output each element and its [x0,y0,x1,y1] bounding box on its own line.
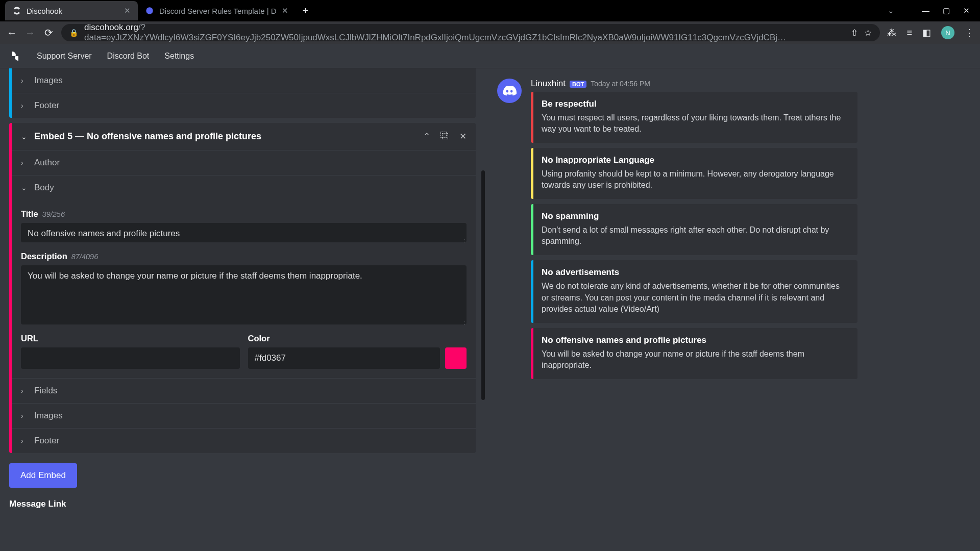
editor-pane: › Images › Footer ⌄ Embed 5 — No offensi… [0,68,485,551]
description-input[interactable] [21,265,467,324]
color-input[interactable] [248,347,440,369]
field-description: Description 87/4096 .: [21,252,467,327]
close-icon[interactable]: ✕ [282,6,288,15]
description-count: 87/4096 [71,253,98,261]
preview-embed-title: Be respectful [542,99,848,109]
svg-point-0 [146,7,153,14]
description-label: Description [21,252,67,261]
preview-embed-title: No Inappropriate Language [542,155,848,165]
browser-tab-inactive[interactable]: Discord Server Rules Template | D ✕ [138,1,296,20]
chevron-right-icon: › [21,437,27,445]
preview-pane: Linuxhint BOT Today at 04:56 PM Be respe… [485,68,980,551]
tab-title: Discord Server Rules Template | D [159,7,277,15]
title-label: Title [21,209,38,219]
url-bar[interactable]: 🔒 discohook.org/?data=eyJtZXNzYWdlcyI6W3… [61,24,880,41]
app: Support Server Discord Bot Settings › Im… [0,44,980,551]
preview-embed-desc: Don't send a lot of small messages right… [542,224,848,247]
collapse-icon[interactable]: ⌃ [423,131,430,142]
lock-icon: 🔒 [69,29,78,37]
section-author[interactable]: › Author [12,150,476,175]
section-fields[interactable]: › Fields [12,378,476,403]
url-input[interactable] [21,347,240,369]
embed-title: Embed 5 — No offensive names and profile… [34,131,416,142]
tab-title: Discohook [27,7,62,15]
profile-avatar[interactable]: N [941,26,954,39]
preview-header: Linuxhint BOT Today at 04:56 PM [531,79,857,89]
preview-embed: No Inappropriate LanguageUsing profanity… [531,148,857,199]
maximize-icon[interactable]: ▢ [943,6,950,15]
menu-icon[interactable]: ⋮ [965,27,974,38]
discohook-favicon-icon [12,6,21,15]
bot-badge: BOT [570,81,586,88]
embed-actions: ⌃ ⿻ ✕ [423,131,467,142]
section-footer[interactable]: › Footer [12,428,476,453]
preview-timestamp: Today at 04:56 PM [591,80,650,88]
app-body: › Images › Footer ⌄ Embed 5 — No offensi… [0,68,980,551]
chevron-right-icon: › [21,77,27,85]
window-controls: ⌄ ― ▢ ✕ [888,6,980,15]
share-icon[interactable]: ⇧ [851,28,858,38]
preview-embed: Be respectfulYou must respect all users,… [531,92,857,143]
minimize-icon[interactable]: ― [922,6,929,15]
color-swatch[interactable] [445,347,467,369]
forward-button[interactable]: → [24,27,36,39]
chevron-down-icon[interactable]: ⌄ [888,6,894,15]
preview-embed-desc: You must respect all users, regardless o… [542,112,848,135]
extensions-icon[interactable]: ⁂ [887,27,896,38]
chevron-right-icon: › [21,412,27,420]
nav-support-server[interactable]: Support Server [37,52,92,61]
scrollbar[interactable] [481,68,485,551]
url-bar-row: ← → ⟳ 🔒 discohook.org/?data=eyJtZXNzYWdl… [0,21,980,44]
close-icon[interactable]: ✕ [124,6,131,15]
add-embed-button[interactable]: Add Embed [9,463,77,488]
message-link-label: Message Link [9,499,476,509]
preview-embed: No advertisementsWe do not tolerate any … [531,260,857,322]
reading-list-icon[interactable]: ≡ [906,28,912,38]
section-images[interactable]: › Images [12,403,476,428]
preview-embed-title: No spamming [542,211,848,221]
title-count: 39/256 [42,210,65,218]
scrollbar-thumb[interactable] [481,170,485,400]
color-label: Color [248,334,270,343]
browser-tab-active[interactable]: Discohook ✕ [5,1,138,20]
discohook-logo-icon[interactable] [9,50,21,62]
section-body[interactable]: ⌄ Body [12,175,476,200]
chevron-right-icon: › [21,387,27,395]
preview-embed-desc: We do not tolerate any kind of advertise… [542,281,848,314]
url-color-row: URL Color [21,334,467,369]
preview-embed-desc: Using profanity should be kept to a mini… [542,168,848,191]
embed-card-5: ⌄ Embed 5 — No offensive names and profi… [9,123,476,453]
preview-embed-desc: You will be asked to change your name or… [542,348,848,371]
star-icon[interactable]: ☆ [864,28,872,38]
close-window-icon[interactable]: ✕ [963,6,970,15]
nav-settings[interactable]: Settings [164,52,194,61]
app-header: Support Server Discord Bot Settings [0,44,980,68]
embed-header[interactable]: ⌄ Embed 5 — No offensive names and profi… [12,123,476,150]
discord-logo-icon [502,86,517,96]
preview-avatar [497,79,522,103]
back-button[interactable]: ← [6,27,17,39]
embed-card-previous: › Images › Footer [9,68,476,118]
preview-embed: No offensive names and profile picturesY… [531,328,857,379]
title-input[interactable] [21,223,467,242]
section-images[interactable]: › Images [12,68,476,93]
new-tab-button[interactable]: + [296,5,316,17]
url-text: discohook.org/?data=eyJtZXNzYWdlcyI6W3si… [84,22,845,43]
nav-discord-bot[interactable]: Discord Bot [107,52,150,61]
preview-embed-title: No advertisements [542,267,848,278]
browser-chrome: Discohook ✕ Discord Server Rules Templat… [0,0,980,44]
preview-embed: No spammingDon't send a lot of small mes… [531,204,857,255]
chevron-right-icon: › [21,102,27,110]
reload-button[interactable]: ⟳ [43,27,54,39]
preview-username: Linuxhint [531,79,566,89]
preview-content: Linuxhint BOT Today at 04:56 PM Be respe… [531,79,857,384]
duplicate-icon[interactable]: ⿻ [440,131,449,142]
preview-embed-title: No offensive names and profile pictures [542,335,848,345]
discord-favicon-icon [145,6,154,15]
chevron-down-icon: ⌄ [21,133,27,141]
section-footer[interactable]: › Footer [12,93,476,118]
sidepanel-icon[interactable]: ◧ [922,27,931,38]
url-label: URL [21,334,38,343]
close-icon[interactable]: ✕ [459,131,467,142]
tab-bar: Discohook ✕ Discord Server Rules Templat… [0,0,980,21]
